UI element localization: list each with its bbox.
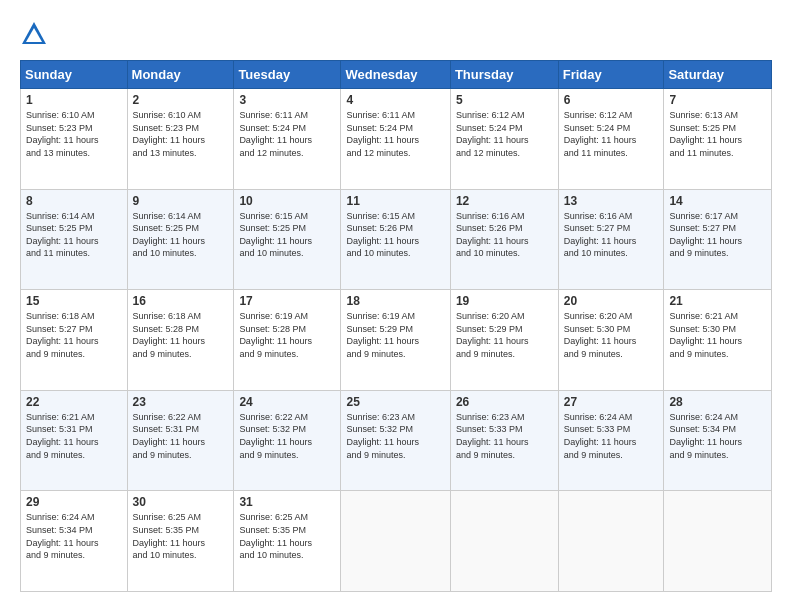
header-day: Sunday <box>21 61 128 89</box>
cell-daylight-info: Sunrise: 6:16 AM Sunset: 5:26 PM Dayligh… <box>456 210 553 260</box>
day-number: 28 <box>669 395 766 409</box>
day-number: 21 <box>669 294 766 308</box>
calendar-cell: 23Sunrise: 6:22 AM Sunset: 5:31 PM Dayli… <box>127 390 234 491</box>
day-number: 2 <box>133 93 229 107</box>
logo-icon <box>20 20 48 48</box>
calendar-cell <box>450 491 558 592</box>
cell-daylight-info: Sunrise: 6:19 AM Sunset: 5:28 PM Dayligh… <box>239 310 335 360</box>
calendar-week-row: 1Sunrise: 6:10 AM Sunset: 5:23 PM Daylig… <box>21 89 772 190</box>
calendar-cell: 21Sunrise: 6:21 AM Sunset: 5:30 PM Dayli… <box>664 290 772 391</box>
calendar-cell: 17Sunrise: 6:19 AM Sunset: 5:28 PM Dayli… <box>234 290 341 391</box>
day-number: 16 <box>133 294 229 308</box>
day-number: 30 <box>133 495 229 509</box>
day-number: 26 <box>456 395 553 409</box>
day-number: 13 <box>564 194 659 208</box>
cell-daylight-info: Sunrise: 6:19 AM Sunset: 5:29 PM Dayligh… <box>346 310 444 360</box>
cell-daylight-info: Sunrise: 6:24 AM Sunset: 5:34 PM Dayligh… <box>26 511 122 561</box>
calendar-table: SundayMondayTuesdayWednesdayThursdayFrid… <box>20 60 772 592</box>
header-day: Thursday <box>450 61 558 89</box>
calendar-cell: 22Sunrise: 6:21 AM Sunset: 5:31 PM Dayli… <box>21 390 128 491</box>
day-number: 11 <box>346 194 444 208</box>
calendar-cell: 11Sunrise: 6:15 AM Sunset: 5:26 PM Dayli… <box>341 189 450 290</box>
logo <box>20 20 52 48</box>
cell-daylight-info: Sunrise: 6:15 AM Sunset: 5:26 PM Dayligh… <box>346 210 444 260</box>
cell-daylight-info: Sunrise: 6:23 AM Sunset: 5:32 PM Dayligh… <box>346 411 444 461</box>
calendar-cell: 15Sunrise: 6:18 AM Sunset: 5:27 PM Dayli… <box>21 290 128 391</box>
day-number: 7 <box>669 93 766 107</box>
calendar-cell: 25Sunrise: 6:23 AM Sunset: 5:32 PM Dayli… <box>341 390 450 491</box>
day-number: 31 <box>239 495 335 509</box>
calendar-cell: 29Sunrise: 6:24 AM Sunset: 5:34 PM Dayli… <box>21 491 128 592</box>
cell-daylight-info: Sunrise: 6:18 AM Sunset: 5:28 PM Dayligh… <box>133 310 229 360</box>
day-number: 15 <box>26 294 122 308</box>
calendar-week-row: 15Sunrise: 6:18 AM Sunset: 5:27 PM Dayli… <box>21 290 772 391</box>
cell-daylight-info: Sunrise: 6:12 AM Sunset: 5:24 PM Dayligh… <box>564 109 659 159</box>
calendar-cell: 1Sunrise: 6:10 AM Sunset: 5:23 PM Daylig… <box>21 89 128 190</box>
calendar-cell: 12Sunrise: 6:16 AM Sunset: 5:26 PM Dayli… <box>450 189 558 290</box>
day-number: 23 <box>133 395 229 409</box>
calendar-week-row: 8Sunrise: 6:14 AM Sunset: 5:25 PM Daylig… <box>21 189 772 290</box>
cell-daylight-info: Sunrise: 6:21 AM Sunset: 5:30 PM Dayligh… <box>669 310 766 360</box>
header-day: Tuesday <box>234 61 341 89</box>
calendar-cell: 4Sunrise: 6:11 AM Sunset: 5:24 PM Daylig… <box>341 89 450 190</box>
calendar-cell: 28Sunrise: 6:24 AM Sunset: 5:34 PM Dayli… <box>664 390 772 491</box>
calendar-cell: 8Sunrise: 6:14 AM Sunset: 5:25 PM Daylig… <box>21 189 128 290</box>
calendar-cell: 20Sunrise: 6:20 AM Sunset: 5:30 PM Dayli… <box>558 290 664 391</box>
cell-daylight-info: Sunrise: 6:11 AM Sunset: 5:24 PM Dayligh… <box>346 109 444 159</box>
day-number: 8 <box>26 194 122 208</box>
cell-daylight-info: Sunrise: 6:10 AM Sunset: 5:23 PM Dayligh… <box>133 109 229 159</box>
day-number: 3 <box>239 93 335 107</box>
header-day: Monday <box>127 61 234 89</box>
calendar-cell: 13Sunrise: 6:16 AM Sunset: 5:27 PM Dayli… <box>558 189 664 290</box>
page: SundayMondayTuesdayWednesdayThursdayFrid… <box>0 0 792 612</box>
calendar-cell: 19Sunrise: 6:20 AM Sunset: 5:29 PM Dayli… <box>450 290 558 391</box>
cell-daylight-info: Sunrise: 6:15 AM Sunset: 5:25 PM Dayligh… <box>239 210 335 260</box>
day-number: 5 <box>456 93 553 107</box>
day-number: 29 <box>26 495 122 509</box>
day-number: 12 <box>456 194 553 208</box>
calendar-cell: 7Sunrise: 6:13 AM Sunset: 5:25 PM Daylig… <box>664 89 772 190</box>
calendar-cell: 3Sunrise: 6:11 AM Sunset: 5:24 PM Daylig… <box>234 89 341 190</box>
cell-daylight-info: Sunrise: 6:11 AM Sunset: 5:24 PM Dayligh… <box>239 109 335 159</box>
cell-daylight-info: Sunrise: 6:20 AM Sunset: 5:29 PM Dayligh… <box>456 310 553 360</box>
cell-daylight-info: Sunrise: 6:16 AM Sunset: 5:27 PM Dayligh… <box>564 210 659 260</box>
header-day: Saturday <box>664 61 772 89</box>
cell-daylight-info: Sunrise: 6:13 AM Sunset: 5:25 PM Dayligh… <box>669 109 766 159</box>
calendar-cell: 18Sunrise: 6:19 AM Sunset: 5:29 PM Dayli… <box>341 290 450 391</box>
calendar-cell: 9Sunrise: 6:14 AM Sunset: 5:25 PM Daylig… <box>127 189 234 290</box>
day-number: 1 <box>26 93 122 107</box>
calendar-week-row: 29Sunrise: 6:24 AM Sunset: 5:34 PM Dayli… <box>21 491 772 592</box>
calendar-cell <box>341 491 450 592</box>
day-number: 20 <box>564 294 659 308</box>
cell-daylight-info: Sunrise: 6:14 AM Sunset: 5:25 PM Dayligh… <box>26 210 122 260</box>
cell-daylight-info: Sunrise: 6:14 AM Sunset: 5:25 PM Dayligh… <box>133 210 229 260</box>
calendar-cell: 31Sunrise: 6:25 AM Sunset: 5:35 PM Dayli… <box>234 491 341 592</box>
calendar-cell: 2Sunrise: 6:10 AM Sunset: 5:23 PM Daylig… <box>127 89 234 190</box>
cell-daylight-info: Sunrise: 6:25 AM Sunset: 5:35 PM Dayligh… <box>239 511 335 561</box>
calendar-week-row: 22Sunrise: 6:21 AM Sunset: 5:31 PM Dayli… <box>21 390 772 491</box>
day-number: 18 <box>346 294 444 308</box>
cell-daylight-info: Sunrise: 6:23 AM Sunset: 5:33 PM Dayligh… <box>456 411 553 461</box>
calendar-cell: 16Sunrise: 6:18 AM Sunset: 5:28 PM Dayli… <box>127 290 234 391</box>
cell-daylight-info: Sunrise: 6:17 AM Sunset: 5:27 PM Dayligh… <box>669 210 766 260</box>
cell-daylight-info: Sunrise: 6:10 AM Sunset: 5:23 PM Dayligh… <box>26 109 122 159</box>
day-number: 24 <box>239 395 335 409</box>
day-number: 19 <box>456 294 553 308</box>
calendar-cell: 26Sunrise: 6:23 AM Sunset: 5:33 PM Dayli… <box>450 390 558 491</box>
calendar-cell: 14Sunrise: 6:17 AM Sunset: 5:27 PM Dayli… <box>664 189 772 290</box>
cell-daylight-info: Sunrise: 6:22 AM Sunset: 5:32 PM Dayligh… <box>239 411 335 461</box>
day-number: 25 <box>346 395 444 409</box>
day-number: 4 <box>346 93 444 107</box>
cell-daylight-info: Sunrise: 6:25 AM Sunset: 5:35 PM Dayligh… <box>133 511 229 561</box>
cell-daylight-info: Sunrise: 6:21 AM Sunset: 5:31 PM Dayligh… <box>26 411 122 461</box>
calendar-cell: 6Sunrise: 6:12 AM Sunset: 5:24 PM Daylig… <box>558 89 664 190</box>
day-number: 22 <box>26 395 122 409</box>
header <box>20 20 772 48</box>
calendar-cell: 30Sunrise: 6:25 AM Sunset: 5:35 PM Dayli… <box>127 491 234 592</box>
calendar-cell <box>558 491 664 592</box>
header-day: Wednesday <box>341 61 450 89</box>
day-number: 9 <box>133 194 229 208</box>
day-number: 14 <box>669 194 766 208</box>
day-number: 10 <box>239 194 335 208</box>
calendar-cell: 5Sunrise: 6:12 AM Sunset: 5:24 PM Daylig… <box>450 89 558 190</box>
